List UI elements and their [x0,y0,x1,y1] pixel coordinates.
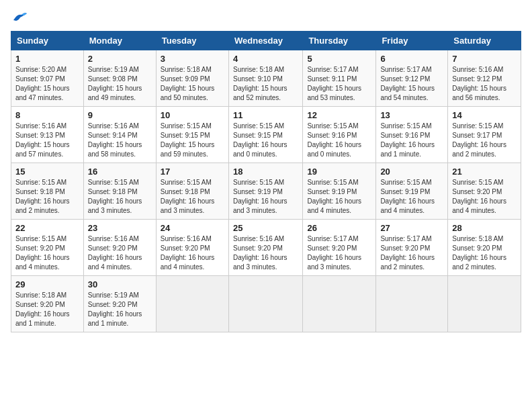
table-row: 16Sunrise: 5:15 AM Sunset: 9:18 PM Dayli… [83,163,156,220]
table-row: 23Sunrise: 5:16 AM Sunset: 9:20 PM Dayli… [83,220,156,276]
day-number: 29 [15,279,79,289]
table-row: 13Sunrise: 5:15 AM Sunset: 9:16 PM Dayli… [376,107,448,163]
day-info: Sunrise: 5:18 AM Sunset: 9:09 PM Dayligh… [161,65,224,103]
table-row: 14Sunrise: 5:15 AM Sunset: 9:17 PM Dayli… [448,107,521,163]
day-number: 18 [233,167,298,177]
table-row: 12Sunrise: 5:15 AM Sunset: 9:16 PM Dayli… [303,107,376,163]
table-row: 15Sunrise: 5:15 AM Sunset: 9:18 PM Dayli… [11,163,84,220]
day-info: Sunrise: 5:15 AM Sunset: 9:19 PM Dayligh… [233,178,298,216]
day-number: 4 [233,54,298,64]
day-number: 5 [307,54,371,64]
day-number: 28 [452,223,517,233]
day-number: 21 [452,167,517,177]
col-sunday: Sunday [11,32,84,50]
table-row [228,276,302,332]
table-row [448,276,521,332]
table-row: 18Sunrise: 5:15 AM Sunset: 9:19 PM Dayli… [228,163,302,220]
day-info: Sunrise: 5:16 AM Sunset: 9:12 PM Dayligh… [452,65,517,103]
table-row: 25Sunrise: 5:16 AM Sunset: 9:20 PM Dayli… [228,220,302,276]
day-info: Sunrise: 5:17 AM Sunset: 9:12 PM Dayligh… [380,65,443,103]
day-number: 7 [452,54,517,64]
day-number: 14 [452,110,517,120]
table-row: 10Sunrise: 5:15 AM Sunset: 9:15 PM Dayli… [156,107,228,163]
table-row: 27Sunrise: 5:17 AM Sunset: 9:20 PM Dayli… [376,220,448,276]
day-info: Sunrise: 5:15 AM Sunset: 9:17 PM Dayligh… [452,122,517,159]
day-number: 11 [233,110,298,120]
table-row: 20Sunrise: 5:15 AM Sunset: 9:19 PM Dayli… [376,163,448,220]
day-number: 24 [161,223,224,233]
day-info: Sunrise: 5:15 AM Sunset: 9:16 PM Dayligh… [380,122,443,159]
day-number: 19 [307,167,371,177]
table-row: 28Sunrise: 5:18 AM Sunset: 9:20 PM Dayli… [448,220,521,276]
day-info: Sunrise: 5:15 AM Sunset: 9:18 PM Dayligh… [15,178,79,216]
table-row [303,276,376,332]
week-row-3: 15Sunrise: 5:15 AM Sunset: 9:18 PM Dayli… [11,163,521,220]
table-row: 1Sunrise: 5:20 AM Sunset: 9:07 PM Daylig… [11,50,84,107]
day-info: Sunrise: 5:16 AM Sunset: 9:20 PM Dayligh… [161,234,224,272]
day-number: 6 [380,54,443,64]
day-number: 8 [15,110,79,120]
day-number: 30 [88,279,152,289]
week-row-4: 22Sunrise: 5:15 AM Sunset: 9:20 PM Dayli… [11,220,521,276]
table-row: 9Sunrise: 5:16 AM Sunset: 9:14 PM Daylig… [83,107,156,163]
table-row: 4Sunrise: 5:18 AM Sunset: 9:10 PM Daylig… [228,50,302,107]
day-info: Sunrise: 5:15 AM Sunset: 9:16 PM Dayligh… [307,122,371,159]
day-number: 16 [88,167,152,177]
table-row: 30Sunrise: 5:19 AM Sunset: 9:20 PM Dayli… [83,276,156,332]
day-info: Sunrise: 5:15 AM Sunset: 9:18 PM Dayligh… [88,178,152,216]
day-info: Sunrise: 5:18 AM Sunset: 9:10 PM Dayligh… [233,65,298,103]
table-row [376,276,448,332]
table-row: 21Sunrise: 5:15 AM Sunset: 9:20 PM Dayli… [448,163,521,220]
day-number: 23 [88,223,152,233]
week-row-2: 8Sunrise: 5:16 AM Sunset: 9:13 PM Daylig… [11,107,521,163]
col-wednesday: Wednesday [228,32,302,50]
day-info: Sunrise: 5:15 AM Sunset: 9:18 PM Dayligh… [161,178,224,216]
col-monday: Monday [83,32,156,50]
day-number: 20 [380,167,443,177]
table-row: 3Sunrise: 5:18 AM Sunset: 9:09 PM Daylig… [156,50,228,107]
day-number: 2 [88,54,152,64]
day-number: 3 [161,54,224,64]
day-info: Sunrise: 5:18 AM Sunset: 9:20 PM Dayligh… [452,234,517,272]
week-row-5: 29Sunrise: 5:18 AM Sunset: 9:20 PM Dayli… [11,276,521,332]
day-info: Sunrise: 5:19 AM Sunset: 9:20 PM Dayligh… [88,291,152,328]
table-row: 22Sunrise: 5:15 AM Sunset: 9:20 PM Dayli… [11,220,84,276]
day-info: Sunrise: 5:19 AM Sunset: 9:08 PM Dayligh… [88,65,152,103]
day-number: 15 [15,167,79,177]
day-info: Sunrise: 5:18 AM Sunset: 9:20 PM Dayligh… [15,291,79,328]
calendar-table: Sunday Monday Tuesday Wednesday Thursday… [11,31,521,332]
table-row: 6Sunrise: 5:17 AM Sunset: 9:12 PM Daylig… [376,50,448,107]
col-thursday: Thursday [303,32,376,50]
col-friday: Friday [376,32,448,50]
page-header [11,11,521,23]
table-row: 11Sunrise: 5:15 AM Sunset: 9:15 PM Dayli… [228,107,302,163]
logo-bird-icon [12,11,27,23]
day-info: Sunrise: 5:15 AM Sunset: 9:15 PM Dayligh… [161,122,224,159]
col-saturday: Saturday [448,32,521,50]
day-number: 25 [233,223,298,233]
day-info: Sunrise: 5:16 AM Sunset: 9:20 PM Dayligh… [88,234,152,272]
day-info: Sunrise: 5:15 AM Sunset: 9:15 PM Dayligh… [233,122,298,159]
day-info: Sunrise: 5:17 AM Sunset: 9:20 PM Dayligh… [380,234,443,272]
col-tuesday: Tuesday [156,32,228,50]
day-info: Sunrise: 5:15 AM Sunset: 9:20 PM Dayligh… [452,178,517,216]
day-info: Sunrise: 5:15 AM Sunset: 9:19 PM Dayligh… [380,178,443,216]
day-number: 22 [15,223,79,233]
day-info: Sunrise: 5:15 AM Sunset: 9:19 PM Dayligh… [307,178,371,216]
day-number: 10 [161,110,224,120]
table-row: 29Sunrise: 5:18 AM Sunset: 9:20 PM Dayli… [11,276,84,332]
day-number: 26 [307,223,371,233]
day-number: 13 [380,110,443,120]
day-info: Sunrise: 5:17 AM Sunset: 9:20 PM Dayligh… [307,234,371,272]
table-row: 5Sunrise: 5:17 AM Sunset: 9:11 PM Daylig… [303,50,376,107]
day-info: Sunrise: 5:16 AM Sunset: 9:14 PM Dayligh… [88,122,152,159]
table-row: 8Sunrise: 5:16 AM Sunset: 9:13 PM Daylig… [11,107,84,163]
table-row: 24Sunrise: 5:16 AM Sunset: 9:20 PM Dayli… [156,220,228,276]
calendar-header-row: Sunday Monday Tuesday Wednesday Thursday… [11,32,521,50]
table-row [156,276,228,332]
table-row: 19Sunrise: 5:15 AM Sunset: 9:19 PM Dayli… [303,163,376,220]
table-row: 7Sunrise: 5:16 AM Sunset: 9:12 PM Daylig… [448,50,521,107]
day-info: Sunrise: 5:16 AM Sunset: 9:13 PM Dayligh… [15,122,79,159]
day-number: 17 [161,167,224,177]
table-row: 2Sunrise: 5:19 AM Sunset: 9:08 PM Daylig… [83,50,156,107]
